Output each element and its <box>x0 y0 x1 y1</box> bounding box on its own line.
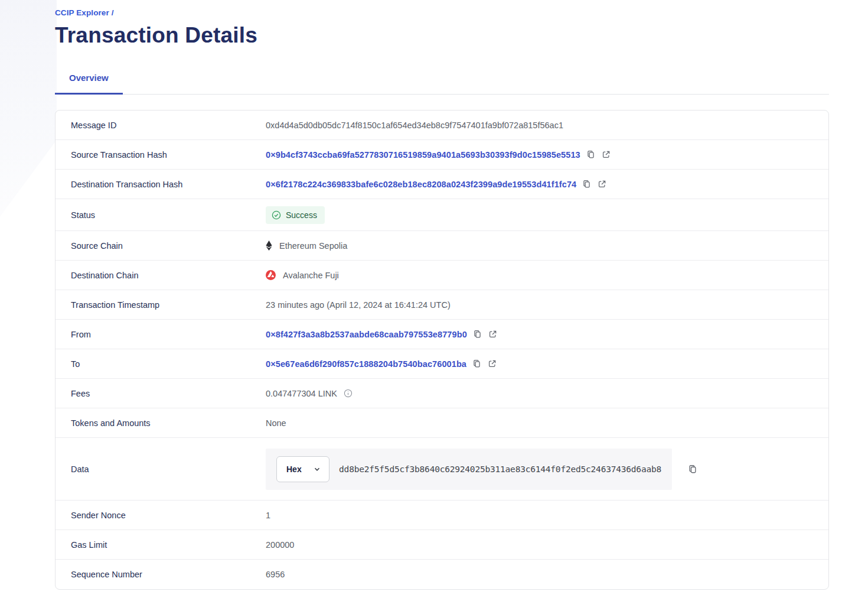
row-label: Data <box>56 464 266 474</box>
source-chain-name: Ethereum Sepolia <box>279 241 347 251</box>
table-row-source-tx-hash: Source Transaction Hash 0×9b4cf3743ccba6… <box>56 140 828 170</box>
copy-icon[interactable] <box>582 179 592 189</box>
row-label: Fees <box>56 389 266 398</box>
row-label: Sender Nonce <box>56 511 266 520</box>
status-text: Success <box>286 210 317 220</box>
table-row-timestamp: Transaction Timestamp 23 minutes ago (Ap… <box>56 290 828 320</box>
row-label: Tokens and Amounts <box>56 418 266 428</box>
external-link-icon[interactable] <box>601 150 611 160</box>
breadcrumb-link-ccip-explorer[interactable]: CCIP Explorer <box>55 8 109 17</box>
external-link-icon[interactable] <box>488 329 498 339</box>
to-address-link[interactable]: 0×5e67ea6d6f290f857c1888204b7540bac76001… <box>266 359 466 369</box>
info-icon[interactable] <box>344 389 353 398</box>
page-title: Transaction Details <box>55 23 829 48</box>
background-gradient-decoration <box>0 0 57 226</box>
copy-icon[interactable] <box>687 464 698 475</box>
check-circle-icon <box>272 210 281 220</box>
row-label: Gas Limit <box>56 540 266 550</box>
row-label: Transaction Timestamp <box>56 300 266 310</box>
row-label: To <box>56 359 266 369</box>
message-id-value: 0xd4d4a5d0db05dc714f8150c1af654ed34eb8c9… <box>266 121 563 130</box>
dest-chain-name: Avalanche Fuji <box>283 271 339 280</box>
table-row-sender-nonce: Sender Nonce 1 <box>56 501 828 530</box>
breadcrumb-separator: / <box>112 8 114 17</box>
status-badge: Success <box>266 206 325 224</box>
data-format-select[interactable]: Hex <box>276 456 329 482</box>
external-link-icon[interactable] <box>487 359 497 369</box>
gas-limit-value: 200000 <box>266 540 294 550</box>
row-label: Sequence Number <box>56 570 266 579</box>
tokens-value: None <box>266 418 286 428</box>
chevron-down-icon <box>314 466 321 473</box>
table-row-dest-chain: Destination Chain Avalanche Fuji <box>56 261 828 290</box>
avalanche-logo-icon <box>266 270 276 280</box>
table-row-dest-tx-hash: Destination Transaction Hash 0×6f2178c22… <box>56 170 828 199</box>
table-row-to: To 0×5e67ea6d6f290f857c1888204b7540bac76… <box>56 349 828 379</box>
transaction-details-table: Message ID 0xd4d4a5d0db05dc714f8150c1af6… <box>55 110 829 590</box>
timestamp-value: 23 minutes ago (April 12, 2024 at 16:41:… <box>266 300 451 310</box>
row-label: Source Chain <box>56 241 266 251</box>
main-content: CCIP Explorer/ Transaction Details Overv… <box>55 0 829 590</box>
table-row-source-chain: Source Chain Ethereum Sepolia <box>56 231 828 261</box>
row-label: Destination Chain <box>56 271 266 280</box>
data-hex-value: dd8be2f5f5d5cf3b8640c62924025b311ae83c61… <box>339 464 661 474</box>
table-row-from: From 0×8f427f3a3a8b2537aabde68caab797553… <box>56 320 828 349</box>
data-format-selected: Hex <box>286 464 302 474</box>
ethereum-logo-icon <box>266 241 272 251</box>
from-address-link[interactable]: 0×8f427f3a3a8b2537aabde68caab797553e8779… <box>266 330 467 339</box>
breadcrumb: CCIP Explorer/ <box>55 8 829 17</box>
copy-icon[interactable] <box>586 150 596 160</box>
table-row-tokens: Tokens and Amounts None <box>56 408 828 438</box>
table-row-data: Data Hex dd8be2f5f5d5cf3b8640c62924025b3… <box>56 438 828 501</box>
row-label: Message ID <box>56 121 266 130</box>
tab-bar-divider <box>55 94 829 95</box>
copy-icon[interactable] <box>472 329 482 339</box>
fees-value: 0.047477304 LINK <box>266 389 337 398</box>
row-label: Destination Transaction Hash <box>56 180 266 189</box>
tab-overview[interactable]: Overview <box>55 73 123 95</box>
dest-tx-hash-link[interactable]: 0×6f2178c224c369833bafe6c028eb18ec8208a0… <box>266 180 576 189</box>
table-row-fees: Fees 0.047477304 LINK <box>56 379 828 408</box>
tab-bar: Overview <box>55 73 829 95</box>
table-row-gas-limit: Gas Limit 200000 <box>56 530 828 560</box>
row-label: Source Transaction Hash <box>56 150 266 160</box>
row-label: Status <box>56 210 266 220</box>
table-row-sequence-number: Sequence Number 6956 <box>56 560 828 589</box>
source-tx-hash-link[interactable]: 0×9b4cf3743ccba69fa5277830716519859a9401… <box>266 150 580 160</box>
table-row-status: Status Success <box>56 199 828 231</box>
row-label: From <box>56 330 266 339</box>
table-row-message-id: Message ID 0xd4d4a5d0db05dc714f8150c1af6… <box>56 111 828 140</box>
copy-icon[interactable] <box>472 359 482 369</box>
sender-nonce-value: 1 <box>266 511 270 520</box>
sequence-number-value: 6956 <box>266 570 285 579</box>
external-link-icon[interactable] <box>597 179 607 189</box>
data-payload-box: Hex dd8be2f5f5d5cf3b8640c62924025b311ae8… <box>266 449 672 490</box>
